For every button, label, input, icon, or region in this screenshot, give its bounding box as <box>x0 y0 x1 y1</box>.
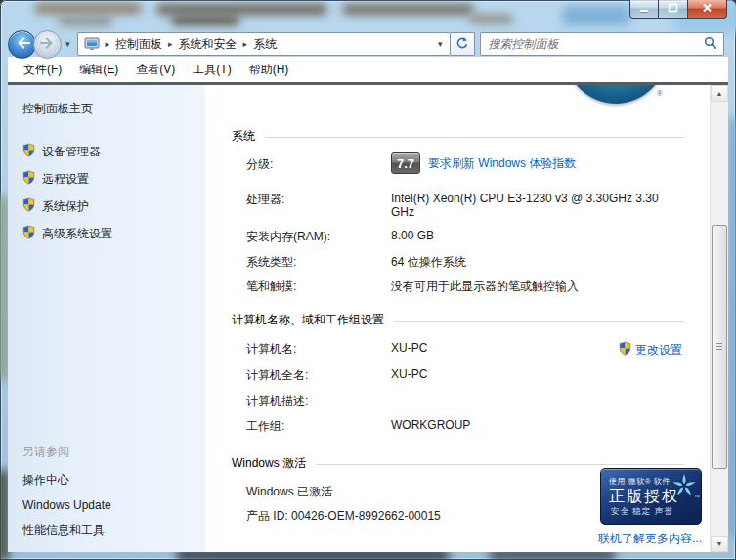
main-content: ® 系统 分级: 7.7 要求刷新 Windows 体验指数 处理器: Inte… <box>205 85 710 552</box>
sidebar-item-control-panel-home[interactable]: 控制面板主页 <box>8 85 205 117</box>
workgroup-row: 工作组: WORKGROUP <box>246 418 684 435</box>
scroll-down-button[interactable]: ▼ <box>711 536 728 552</box>
scroll-up-icon: ▲ <box>716 90 723 97</box>
processor-label: 处理器: <box>246 192 391 208</box>
section-divider <box>316 464 684 465</box>
wei-score-badge: 7.7 <box>391 152 420 174</box>
change-settings-link[interactable]: 更改设置 <box>635 342 682 359</box>
section-title: 计算机名称、域和工作组设置 <box>232 312 384 328</box>
genuine-badge-line3: 安全 稳定 声誉 <box>611 506 673 518</box>
forward-arrow-icon <box>39 36 57 53</box>
section-header-computer-name: 计算机名称、域和工作组设置 <box>232 312 684 328</box>
sidebar: 控制面板主页 设备管理器 远程设置 系统保护 高级系统设置 <box>8 85 205 552</box>
scroll-up-button[interactable]: ▲ <box>711 85 728 102</box>
menu-view[interactable]: 查看(V) <box>127 58 184 82</box>
breadcrumb-separator-icon: ▸ <box>100 39 116 49</box>
sidebar-item-performance-tools[interactable]: 性能信息和工具 <box>22 522 111 538</box>
glass-blob <box>59 17 112 25</box>
uac-shield-icon <box>619 341 631 359</box>
full-computer-name-row: 计算机全名: XU-PC <box>246 367 684 384</box>
forward-button[interactable] <box>33 30 62 59</box>
change-settings[interactable]: 更改设置 <box>619 341 682 359</box>
search-icon[interactable] <box>704 36 716 52</box>
client-area: 控制面板主页 设备管理器 远程设置 系统保护 高级系统设置 <box>8 85 728 552</box>
registered-trademark: ® <box>657 89 663 98</box>
pen-touch-label: 笔和触摸: <box>246 279 391 295</box>
glass-blob <box>562 6 630 25</box>
scroll-down-icon: ▼ <box>716 540 723 547</box>
processor-value: Intel(R) Xeon(R) CPU E3-1230 v3 @ 3.30GH… <box>391 192 684 219</box>
scrollbar-thumb[interactable] <box>712 225 727 469</box>
minimize-button[interactable] <box>629 0 659 19</box>
section-divider <box>394 321 684 322</box>
genuine-badge-line1: 使用 微软® 软件 <box>609 476 671 487</box>
system-type-label: 系统类型: <box>246 254 391 271</box>
sidebar-item-remote-settings[interactable]: 远程设置 <box>8 165 205 193</box>
breadcrumb-system-security[interactable]: 系统和安全 <box>179 36 238 53</box>
computer-name-label: 计算机名: <box>246 341 391 358</box>
sidebar-item-device-manager[interactable]: 设备管理器 <box>8 138 205 165</box>
glass-blob <box>728 117 736 538</box>
pen-touch-value: 没有可用于此显示器的笔或触控输入 <box>391 279 684 295</box>
back-button[interactable] <box>8 30 36 59</box>
uac-shield-icon <box>22 197 35 215</box>
trademark-mark: ™ <box>694 495 700 500</box>
learn-more-online-link[interactable]: 联机了解更多内容... <box>592 531 702 547</box>
ram-row: 安装内存(RAM): 8.00 GB <box>246 229 684 245</box>
caption-button-group <box>629 0 727 19</box>
computer-name-row: 计算机名: XU-PC 更改设置 <box>246 341 684 359</box>
uac-shield-icon <box>22 170 35 188</box>
search-box[interactable] <box>480 32 724 56</box>
menu-edit[interactable]: 编辑(E) <box>70 58 127 82</box>
sidebar-item-system-protection[interactable]: 系统保护 <box>8 193 205 220</box>
recent-pages-dropdown-icon[interactable]: ▾ <box>62 39 73 49</box>
system-window: ▾ ▸ 控制面板 ▸ 系统和安全 ▸ 系统 ▾ 文件(F) 编辑(E) 查看(V… <box>0 0 736 560</box>
glass-blob <box>342 4 474 15</box>
refresh-button[interactable] <box>451 32 475 56</box>
back-arrow-icon <box>14 36 31 53</box>
breadcrumb-system[interactable]: 系统 <box>253 36 277 53</box>
refresh-wei-link[interactable]: 要求刷新 Windows 体验指数 <box>428 155 576 172</box>
glass-blob <box>171 16 239 25</box>
full-computer-name-label: 计算机全名: <box>246 367 391 384</box>
rating-label: 分级: <box>246 156 391 173</box>
sidebar-item-label: 远程设置 <box>42 171 89 188</box>
glass-blob <box>34 3 142 14</box>
rating-row: 分级: 7.7 要求刷新 Windows 体验指数 <box>246 156 684 182</box>
sidebar-item-advanced-system-settings[interactable]: 高级系统设置 <box>8 220 205 247</box>
sidebar-item-action-center[interactable]: 操作中心 <box>22 472 111 489</box>
refresh-icon <box>455 36 469 53</box>
menu-tools[interactable]: 工具(T) <box>184 58 239 82</box>
sidebar-item-windows-update[interactable]: Windows Update <box>22 498 111 512</box>
navigation-bar: ▾ ▸ 控制面板 ▸ 系统和安全 ▸ 系统 ▾ <box>8 29 728 59</box>
processor-row: 处理器: Intel(R) Xeon(R) CPU E3-1230 v3 @ 3… <box>246 192 684 219</box>
breadcrumb-control-panel[interactable]: 控制面板 <box>115 36 162 53</box>
computer-description-row: 计算机描述: <box>246 393 684 409</box>
uac-shield-icon <box>22 225 35 242</box>
genuine-badge-line2: 正版授权 <box>609 487 679 507</box>
breadcrumb-separator-icon: ▸ <box>238 39 254 49</box>
menu-bar: 文件(F) 编辑(E) 查看(V) 工具(T) 帮助(H) <box>8 57 728 85</box>
search-input[interactable] <box>481 34 697 54</box>
section-divider <box>265 137 684 138</box>
windows-logo-orb <box>565 85 667 104</box>
pen-touch-row: 笔和触摸: 没有可用于此显示器的笔或触控输入 <box>246 279 684 295</box>
genuine-badge-area: 使用 微软® 软件 正版授权 安全 稳定 声誉 ™ 联机了解更多内容... <box>592 468 702 547</box>
ram-label: 安装内存(RAM): <box>246 229 391 245</box>
section-header-system: 系统 <box>232 128 684 145</box>
glass-blob <box>469 15 513 23</box>
system-type-value: 64 位操作系统 <box>391 254 684 271</box>
address-bar[interactable]: ▸ 控制面板 ▸ 系统和安全 ▸ 系统 ▾ <box>77 32 451 56</box>
workgroup-value: WORKGROUP <box>391 418 684 432</box>
address-dropdown-icon[interactable]: ▾ <box>431 39 450 49</box>
menu-file[interactable]: 文件(F) <box>15 58 70 82</box>
close-button[interactable] <box>688 0 727 19</box>
vertical-scrollbar[interactable]: ▲ ▼ <box>710 85 728 552</box>
menu-help[interactable]: 帮助(H) <box>240 58 298 82</box>
maximize-button[interactable] <box>659 0 688 19</box>
uac-shield-icon <box>22 143 35 160</box>
computer-name-value: XU-PC <box>391 341 427 359</box>
genuine-software-badge[interactable]: 使用 微软® 软件 正版授权 安全 稳定 声誉 ™ <box>600 468 702 525</box>
close-icon <box>702 2 713 16</box>
breadcrumb-separator-icon: ▸ <box>162 39 179 49</box>
